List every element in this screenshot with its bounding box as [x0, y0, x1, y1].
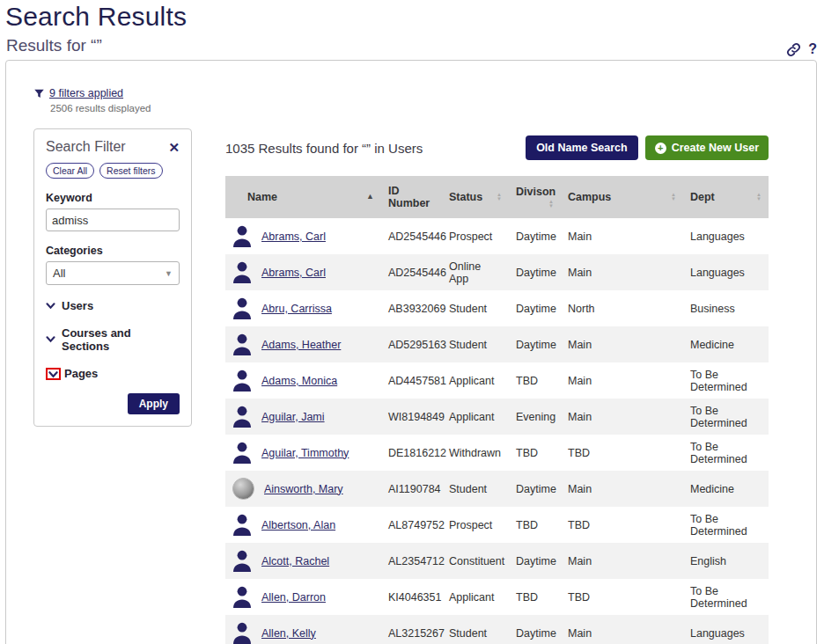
cell-division: TBD: [509, 435, 561, 471]
help-icon[interactable]: ?: [808, 41, 817, 57]
results-area: 1035 Results found for “” in Users Old N…: [225, 128, 769, 644]
cell-id: AD2545446: [381, 218, 442, 254]
cell-status: Withdrawn: [442, 435, 509, 471]
cell-campus: Main: [561, 254, 683, 290]
table-row: Alcott, Rachel AL2354712 Constituent Day…: [225, 543, 769, 579]
user-name-link[interactable]: Aguilar, Timmothy: [261, 447, 349, 459]
user-name-link[interactable]: Aguilar, Jami: [261, 411, 325, 423]
table-row: Adams, Monica AD4457581 Applicant TBD Ma…: [225, 362, 769, 399]
column-header-dept[interactable]: Dept ▲▼: [683, 176, 769, 218]
table-row: Abrams, Carl AD2545446 Online App Daytim…: [225, 254, 769, 290]
cell-dept: Languages: [683, 615, 769, 644]
user-name-link[interactable]: Abrams, Carl: [261, 267, 326, 279]
column-header-name[interactable]: Name ▲: [225, 176, 381, 218]
cell-campus: Main: [561, 218, 683, 254]
user-avatar: [232, 622, 252, 644]
cell-status: Prospect: [442, 218, 509, 254]
results-table-body: Abrams, Carl AD2545446 Prospect Daytime …: [225, 218, 769, 644]
cell-id: AD4457581: [381, 362, 442, 399]
table-row: Abrams, Carl AD2545446 Prospect Daytime …: [225, 218, 769, 254]
user-name-link[interactable]: Albertson, Alan: [261, 519, 335, 531]
user-avatar: [232, 514, 252, 536]
cell-campus: Main: [561, 362, 683, 399]
keyword-input[interactable]: [46, 209, 180, 231]
user-avatar: [232, 225, 252, 247]
create-new-user-button[interactable]: + Create New User: [645, 135, 769, 160]
cell-status: Student: [442, 615, 509, 644]
cell-division: Daytime: [509, 218, 561, 254]
cell-status: Student: [442, 471, 509, 507]
user-name-link[interactable]: Ainsworth, Mary: [264, 483, 343, 495]
cell-id: DE1816212: [381, 435, 442, 471]
filter-panel-title: Search Filter: [46, 139, 126, 155]
plus-icon: +: [655, 143, 666, 154]
cell-status: Prospect: [442, 507, 509, 543]
filter-section-courses[interactable]: Courses and Sections: [46, 326, 180, 353]
sort-icon: ▲▼: [497, 193, 502, 201]
cell-division: Daytime: [509, 615, 561, 644]
cell-id: AB3932069: [381, 290, 442, 326]
apply-button[interactable]: Apply: [128, 393, 180, 414]
cell-dept: To Be Determined: [683, 507, 769, 543]
user-name-link[interactable]: Alcott, Rachel: [261, 555, 329, 567]
chevron-down-icon: [48, 370, 58, 378]
user-name-link[interactable]: Abru, Carrissa: [261, 303, 332, 315]
column-header-id-number[interactable]: ID Number: [381, 176, 442, 218]
reset-filters-button[interactable]: Reset filters: [99, 163, 162, 179]
cell-division: TBD: [509, 362, 561, 399]
cell-dept: English: [683, 543, 769, 579]
table-row: Aguilar, Jami WI8194849 Applicant Evenin…: [225, 399, 769, 435]
cell-id: AL8749752: [381, 507, 442, 543]
user-name-link[interactable]: Allen, Kelly: [261, 627, 316, 640]
cell-id: AL3215267: [381, 615, 442, 644]
filter-section-users[interactable]: Users: [46, 299, 180, 312]
cell-campus: North: [561, 290, 683, 326]
cell-division: Daytime: [509, 543, 561, 579]
cell-campus: TBD: [561, 579, 683, 615]
old-name-search-button[interactable]: Old Name Search: [526, 135, 638, 160]
cell-status: Applicant: [442, 399, 509, 435]
search-filter-panel: Search Filter ✕ Clear All Reset filters …: [33, 128, 192, 427]
filter-section-pages[interactable]: Pages: [46, 367, 180, 380]
filter-funnel-icon: [33, 88, 45, 99]
sort-icon: ▲▼: [756, 193, 761, 201]
categories-select[interactable]: All ▼: [46, 261, 180, 285]
cell-dept: Business: [683, 290, 769, 326]
column-header-status[interactable]: Status ▲▼: [442, 176, 509, 218]
user-name-link[interactable]: Adams, Monica: [261, 375, 337, 387]
user-avatar: [232, 297, 252, 319]
table-row: Allen, Darron KI4046351 Applicant TBD TB…: [225, 579, 769, 615]
cell-dept: Languages: [683, 254, 769, 290]
filter-section-label: Courses and Sections: [62, 326, 180, 353]
chevron-down-icon: [46, 336, 55, 343]
cell-division: Evening: [509, 399, 561, 435]
cell-dept: Languages: [683, 218, 769, 254]
cell-id: AD2545446: [381, 254, 442, 290]
table-row: Allen, Kelly AL3215267 Student Daytime M…: [225, 615, 769, 644]
user-name-link[interactable]: Abrams, Carl: [261, 231, 326, 243]
cell-dept: To Be Determined: [683, 579, 769, 615]
close-icon[interactable]: ✕: [168, 141, 180, 154]
user-name-link[interactable]: Allen, Darron: [261, 591, 326, 604]
clear-all-button[interactable]: Clear All: [46, 163, 94, 179]
permalink-icon[interactable]: [786, 42, 801, 57]
column-header-campus[interactable]: Campus ▲▼: [561, 176, 683, 218]
cell-campus: Main: [561, 399, 683, 435]
table-header-row: Name ▲ ID Number Status ▲▼ Divison ▲▼: [225, 176, 769, 218]
user-avatar: [232, 442, 252, 464]
filters-applied-link[interactable]: 9 filters applied: [49, 87, 123, 99]
filter-section-label: Pages: [64, 367, 98, 380]
column-header-division[interactable]: Divison ▲▼: [509, 176, 561, 218]
cell-id: AD5295163: [381, 326, 442, 362]
cell-id: AL2354712: [381, 543, 442, 579]
user-avatar: [232, 370, 252, 392]
cell-campus: Main: [561, 543, 683, 579]
cell-dept: To Be Determined: [683, 362, 769, 399]
cell-status: Constituent: [442, 543, 509, 579]
create-new-user-label: Create New User: [672, 142, 759, 154]
cell-division: Daytime: [509, 290, 561, 326]
user-name-link[interactable]: Adams, Heather: [261, 339, 341, 351]
user-avatar: [232, 333, 252, 355]
cell-id: WI8194849: [381, 399, 442, 435]
cell-campus: Main: [561, 471, 683, 507]
